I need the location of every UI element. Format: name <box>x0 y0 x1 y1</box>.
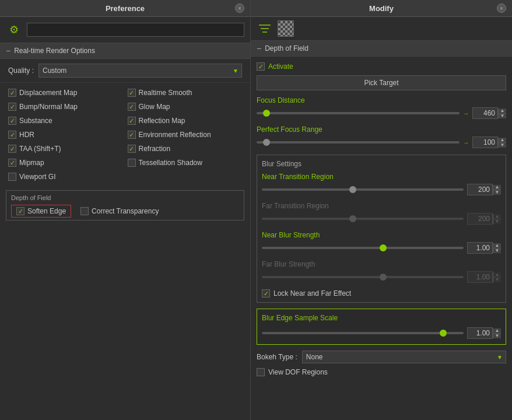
activate-checkbox[interactable] <box>257 62 265 71</box>
perfect-focus-input[interactable] <box>472 136 498 148</box>
bokeh-label: Bokeh Type : <box>257 353 297 361</box>
cb-refraction[interactable]: Refraction <box>125 142 245 155</box>
cb-realtime-smooth[interactable]: Realtime Smooth <box>125 86 245 99</box>
near-blur-input[interactable] <box>467 242 493 254</box>
cb-substance-label: Substance <box>19 117 52 125</box>
far-blur-label: Far Blur Strength <box>262 260 501 268</box>
focus-distance-input[interactable] <box>472 107 498 119</box>
near-blur-track[interactable] <box>262 247 464 249</box>
far-transition-thumb <box>349 215 356 222</box>
cb-substance-box[interactable] <box>8 117 16 125</box>
cb-hdr-label: HDR <box>19 131 34 139</box>
correct-transparency-checkbox[interactable] <box>80 207 89 215</box>
perfect-focus-label: Perfect Focus Range <box>257 125 506 134</box>
cb-refraction-box[interactable] <box>128 145 136 153</box>
preference-close-button[interactable]: × <box>235 4 244 13</box>
perfect-focus-param: Perfect Focus Range → ▲ ▼ <box>257 125 506 149</box>
perfect-focus-down[interactable]: ▼ <box>499 143 506 148</box>
cb-viewport-gi-label: Viewport GI <box>19 173 55 181</box>
far-blur-down: ▼ <box>493 278 501 282</box>
cb-tessellation-box[interactable] <box>128 159 136 167</box>
near-transition-down[interactable]: ▼ <box>493 190 501 195</box>
focus-distance-value-row: ▲ ▼ <box>472 107 506 120</box>
cb-bump-normal-map-box[interactable] <box>8 103 16 111</box>
cb-viewport-gi[interactable]: Viewport GI <box>6 170 125 183</box>
far-blur-param: Far Blur Strength ▲ ▼ <box>262 260 501 284</box>
soften-edge-item[interactable]: Soften Edge <box>11 205 71 218</box>
preference-title-bar: Preference × <box>0 0 250 17</box>
near-blur-label: Near Blur Strength <box>262 231 501 239</box>
near-blur-thumb[interactable] <box>380 244 387 251</box>
cb-glow-map-box[interactable] <box>128 103 136 111</box>
focus-distance-thumb[interactable] <box>263 110 270 117</box>
focus-distance-down[interactable]: ▼ <box>499 114 506 118</box>
cb-glow-map[interactable]: Glow Map <box>125 100 245 113</box>
bokeh-select[interactable]: None Hexagon Octagon Circle <box>302 351 506 363</box>
cb-substance[interactable]: Substance <box>6 114 125 127</box>
far-transition-track <box>262 218 464 220</box>
collapse-icon[interactable]: − <box>6 46 10 55</box>
cb-mipmap-label: Mipmap <box>19 159 44 167</box>
view-dof-checkbox[interactable] <box>257 368 265 376</box>
cb-glow-map-label: Glow Map <box>139 103 170 111</box>
blur-edge-slider-row: ▲ ▼ <box>262 327 501 340</box>
near-transition-thumb[interactable] <box>349 186 356 193</box>
cb-mipmap-box[interactable] <box>8 159 16 167</box>
cb-bump-normal-map[interactable]: Bump/Normal Map <box>6 100 125 113</box>
near-transition-value-row: ▲ ▼ <box>467 183 501 196</box>
focus-distance-param: Focus Distance → ▲ ▼ <box>257 96 506 120</box>
cb-mipmap[interactable]: Mipmap <box>6 156 125 169</box>
far-transition-spinner: ▲ ▼ <box>493 214 501 224</box>
render-options-label: Real-time Render Options <box>14 47 95 55</box>
modify-close-button[interactable]: × <box>497 4 506 13</box>
cb-realtime-smooth-box[interactable] <box>128 89 136 97</box>
perfect-focus-track[interactable] <box>257 141 460 144</box>
cb-taa[interactable]: TAA (Shift+T) <box>6 142 125 155</box>
blur-edge-thumb[interactable] <box>440 330 447 337</box>
near-blur-slider-row: ▲ ▼ <box>262 242 501 254</box>
cb-hdr[interactable]: HDR <box>6 128 125 141</box>
cb-env-reflection[interactable]: Environment Reflection <box>125 128 245 141</box>
cb-tessellation[interactable]: Tessellation Shadow <box>125 156 245 169</box>
focus-distance-track[interactable] <box>257 112 460 114</box>
dof-section-label: Depth of Field <box>265 44 308 52</box>
blur-edge-down[interactable]: ▼ <box>493 334 501 338</box>
far-blur-input <box>467 271 493 283</box>
cb-displacement-map-box[interactable] <box>8 89 16 97</box>
near-blur-down[interactable]: ▼ <box>493 249 501 253</box>
soften-edge-label: Soften Edge <box>27 207 66 215</box>
correct-transparency-item[interactable]: Correct Transparency <box>76 205 163 218</box>
perfect-focus-thumb[interactable] <box>263 139 270 146</box>
left-panel: Preference × ⚙ − Real-time Render Option… <box>0 0 251 420</box>
perfect-focus-slider-row: → ▲ ▼ <box>257 136 506 149</box>
soften-edge-checkbox[interactable] <box>16 207 24 215</box>
quality-select[interactable]: Custom Low Medium High Ultra <box>38 64 242 78</box>
near-transition-track[interactable] <box>262 188 464 191</box>
cb-reflection-map-box[interactable] <box>128 117 136 125</box>
dof-section-header: − Depth of Field <box>251 41 512 57</box>
correct-transparency-label: Correct Transparency <box>92 207 159 215</box>
blur-edge-input[interactable] <box>467 327 493 339</box>
cb-viewport-gi-box[interactable] <box>8 173 16 181</box>
cb-env-reflection-box[interactable] <box>128 131 136 139</box>
blur-edge-track[interactable] <box>262 332 464 334</box>
gear-icon: ⚙ <box>6 22 22 38</box>
cb-hdr-box[interactable] <box>8 131 16 139</box>
far-transition-label: Far Transition Region <box>262 202 501 210</box>
near-blur-param: Near Blur Strength ▲ ▼ <box>262 231 501 254</box>
cb-taa-box[interactable] <box>8 145 16 153</box>
bokeh-row: Bokeh Type : None Hexagon Octagon Circle <box>257 351 506 363</box>
cb-reflection-map[interactable]: Reflection Map <box>125 114 245 127</box>
perfect-focus-spinner: ▲ ▼ <box>498 138 506 148</box>
near-blur-spinner: ▲ ▼ <box>493 243 501 253</box>
blur-settings-box: Blur Settings Near Transition Region ▲ ▼ <box>257 155 506 303</box>
near-transition-input[interactable] <box>467 184 493 195</box>
cb-tessellation-label: Tessellation Shadow <box>139 159 202 167</box>
lock-checkbox[interactable] <box>262 289 270 298</box>
near-transition-param: Near Transition Region ▲ ▼ <box>262 173 501 196</box>
dof-collapse-icon[interactable]: − <box>257 44 261 53</box>
right-toolbar <box>251 17 512 41</box>
pick-target-button[interactable]: Pick Target <box>257 75 506 90</box>
cb-realtime-smooth-label: Realtime Smooth <box>139 89 192 97</box>
cb-displacement-map[interactable]: Displacement Map <box>6 86 125 99</box>
